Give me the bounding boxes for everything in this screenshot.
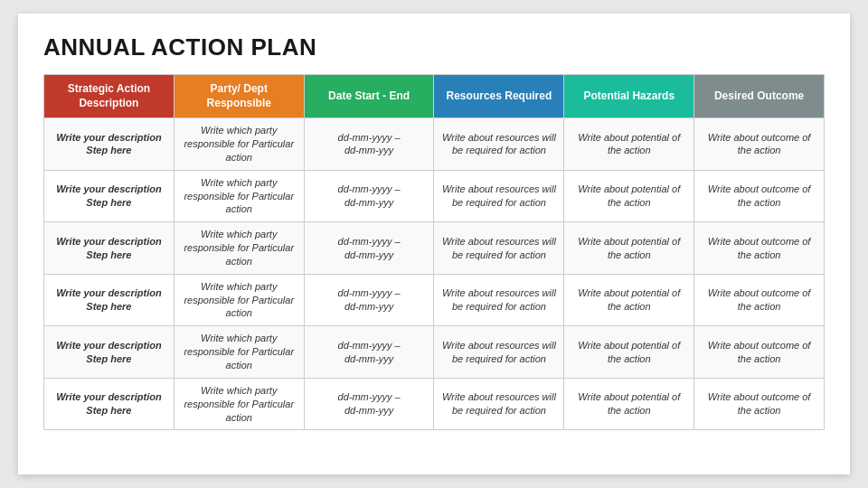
cell-resources-4: Write about resources will be required f… [434,326,564,379]
cell-outcome-5: Write about outcome of the action [694,378,825,430]
cell-hazards-3: Write about potential of the action [564,274,694,326]
cell-hazards-1: Write about potential of the action [564,170,694,222]
table-row: Write your description Step hereWrite wh… [44,378,825,430]
cell-party-0: Write which party responsible for Partic… [174,118,304,171]
cell-resources-0: Write about resources will be required f… [434,118,564,171]
col-header-strategic: Strategic Action Description [44,75,175,118]
table-row: Write your description Step hereWrite wh… [44,170,825,222]
cell-hazards-5: Write about potential of the action [564,378,694,430]
cell-outcome-2: Write about outcome of the action [694,222,825,275]
col-header-date: Date Start - End [304,75,434,118]
cell-hazards-4: Write about potential of the action [564,326,694,379]
col-header-outcome: Desired Outcome [694,75,825,118]
cell-outcome-0: Write about outcome of the action [694,118,825,171]
slide: ANNUAL ACTION PLAN Strategic Action Desc… [18,14,850,474]
cell-resources-5: Write about resources will be required f… [434,378,564,430]
cell-strategic-5: Write your description Step here [44,378,175,430]
col-header-hazards: Potential Hazards [564,75,694,118]
cell-strategic-4: Write your description Step here [44,326,175,379]
cell-strategic-1: Write your description Step here [44,170,175,222]
cell-date-0: dd-mm-yyyy – dd-mm-yyy [304,118,434,171]
action-plan-table: Strategic Action DescriptionParty/ Dept … [43,74,825,430]
cell-party-5: Write which party responsible for Partic… [174,378,304,430]
cell-party-4: Write which party responsible for Partic… [174,326,304,379]
cell-date-2: dd-mm-yyyy – dd-mm-yyy [304,222,434,275]
cell-party-1: Write which party responsible for Partic… [174,170,304,222]
cell-strategic-3: Write your description Step here [44,274,175,326]
cell-outcome-1: Write about outcome of the action [694,170,825,222]
cell-outcome-3: Write about outcome of the action [694,274,825,326]
cell-outcome-4: Write about outcome of the action [694,326,825,379]
cell-date-1: dd-mm-yyyy – dd-mm-yyy [304,170,434,222]
cell-party-2: Write which party responsible for Partic… [174,222,304,275]
cell-date-5: dd-mm-yyyy – dd-mm-yyy [304,378,434,430]
table-container: Strategic Action DescriptionParty/ Dept … [43,74,825,430]
cell-resources-2: Write about resources will be required f… [434,222,564,275]
cell-party-3: Write which party responsible for Partic… [174,274,304,326]
page-title: ANNUAL ACTION PLAN [43,33,825,61]
col-header-party: Party/ Dept Responsible [174,75,304,118]
cell-hazards-2: Write about potential of the action [564,222,694,275]
table-row: Write your description Step hereWrite wh… [44,222,825,275]
cell-date-4: dd-mm-yyyy – dd-mm-yyy [304,326,434,379]
table-row: Write your description Step hereWrite wh… [44,326,825,379]
table-row: Write your description Step hereWrite wh… [44,118,825,171]
cell-strategic-0: Write your description Step here [44,118,175,171]
cell-hazards-0: Write about potential of the action [564,118,694,171]
cell-resources-3: Write about resources will be required f… [434,274,564,326]
col-header-resources: Resources Required [434,75,564,118]
cell-resources-1: Write about resources will be required f… [434,170,564,222]
cell-strategic-2: Write your description Step here [44,222,175,275]
cell-date-3: dd-mm-yyyy – dd-mm-yyy [304,274,434,326]
table-row: Write your description Step hereWrite wh… [44,274,825,326]
